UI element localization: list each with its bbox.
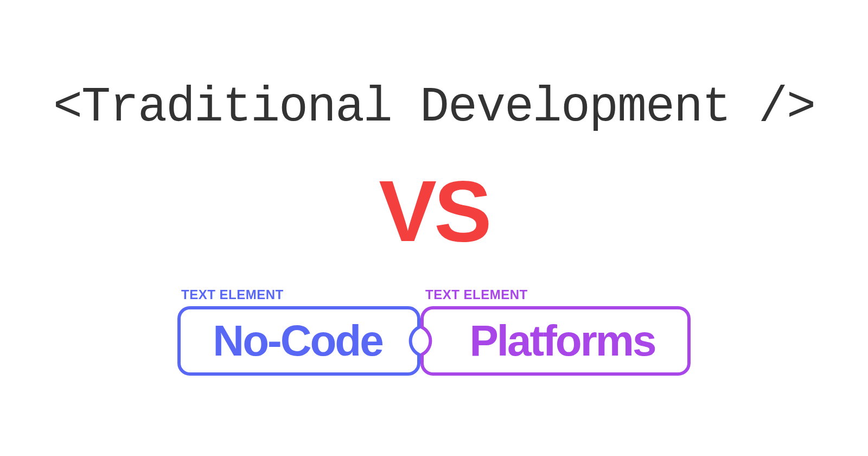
puzzle-text-left: No-Code	[177, 306, 421, 376]
puzzle-piece-platforms: TEXT ELEMENT Platforms	[421, 287, 691, 376]
puzzle-shape-right: Platforms	[420, 306, 691, 376]
puzzle-label-left: TEXT ELEMENT	[181, 287, 421, 302]
traditional-dev-heading: <Traditional Development />	[53, 80, 815, 135]
puzzle-shape-left: No-Code	[177, 306, 421, 376]
puzzle-row: TEXT ELEMENT No-Code TEXT ELEMENT Platfo…	[177, 287, 691, 376]
puzzle-text-right: Platforms	[420, 306, 691, 376]
puzzle-piece-nocode: TEXT ELEMENT No-Code	[177, 287, 421, 376]
puzzle-label-right: TEXT ELEMENT	[425, 287, 691, 302]
vs-heading: VS	[379, 168, 489, 255]
